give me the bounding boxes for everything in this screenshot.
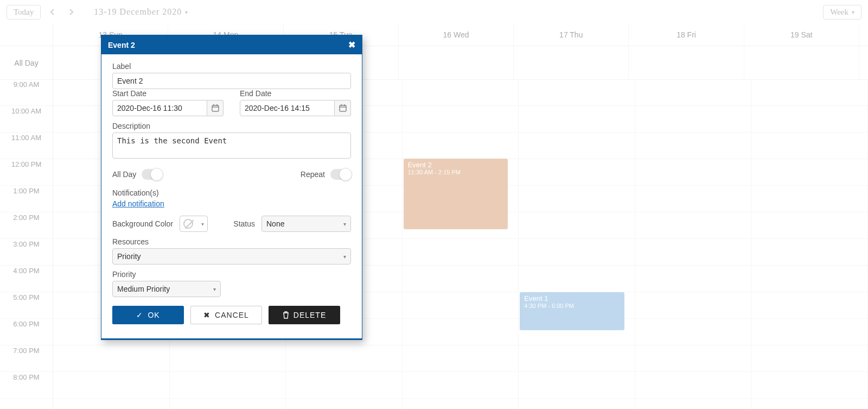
priority-value: Medium Priority xyxy=(117,285,170,293)
time-slot: 2:00 PM xyxy=(0,212,53,239)
event-time: 11:30 AM - 2:15 PM xyxy=(408,169,504,175)
label-description: Description xyxy=(112,122,351,130)
time-column: 9:00 AM 10:00 AM 11:00 AM 12:00 PM 1:00 … xyxy=(0,79,53,409)
allday-cell[interactable] xyxy=(629,46,744,79)
label-resources: Resources xyxy=(112,237,351,246)
resources-select[interactable]: Priority ▾ xyxy=(112,248,351,265)
day-header-fri: 18 Fri xyxy=(629,24,744,46)
calendar-icon[interactable] xyxy=(207,100,224,116)
toolbar: Today 13-19 December 2020 ▾ Week ▾ xyxy=(0,0,868,24)
prev-arrow-icon[interactable] xyxy=(46,5,59,18)
label-notifications: Notification(s) xyxy=(112,188,351,197)
delete-button[interactable]: DELETE xyxy=(269,306,340,324)
chevron-down-icon: ▾ xyxy=(213,286,216,292)
add-notification-link[interactable]: Add notification xyxy=(112,199,164,208)
label-end-date: End Date xyxy=(240,89,351,98)
modal-title: Event 2 xyxy=(108,41,135,49)
allday-label: All Day xyxy=(0,46,53,79)
trash-icon xyxy=(283,311,289,319)
close-icon: ✖ xyxy=(203,311,210,319)
view-label: Week xyxy=(830,8,848,17)
cancel-button[interactable]: ✖ CANCEL xyxy=(190,306,262,324)
allday-cell[interactable] xyxy=(744,46,859,79)
date-range-picker[interactable]: 13-19 December 2020 ▾ xyxy=(94,7,188,17)
time-slot: 7:00 PM xyxy=(0,345,53,372)
label-status: Status xyxy=(233,219,255,228)
time-slot: 1:00 PM xyxy=(0,186,53,212)
ok-button[interactable]: ✓ OK xyxy=(112,306,184,324)
time-slot: 11:00 AM xyxy=(0,133,53,159)
time-slot: 5:00 PM xyxy=(0,292,53,319)
time-slot: 9:00 AM xyxy=(0,79,53,106)
chevron-down-icon: ▾ xyxy=(201,221,204,227)
event-time: 4:30 PM - 6:00 PM xyxy=(524,303,620,309)
cancel-label: CANCEL xyxy=(215,311,249,319)
time-slot: 8:00 PM xyxy=(0,372,53,399)
event-block-event1[interactable]: Event 1 4:30 PM - 6:00 PM xyxy=(520,292,624,330)
time-slot: 4:00 PM xyxy=(0,266,53,292)
delete-label: DELETE xyxy=(293,311,326,319)
time-slot: 3:00 PM xyxy=(0,239,53,266)
calendar-icon[interactable] xyxy=(335,100,351,116)
label-background-color: Background Color xyxy=(112,219,173,228)
day-header-thu: 17 Thu xyxy=(514,24,629,46)
check-icon: ✓ xyxy=(136,311,143,319)
svg-rect-0 xyxy=(212,105,219,111)
today-button[interactable]: Today xyxy=(7,5,41,20)
time-slot: 10:00 AM xyxy=(0,106,53,133)
label-priority: Priority xyxy=(112,270,351,279)
allday-cell[interactable] xyxy=(514,46,629,79)
priority-select[interactable]: Medium Priority ▾ xyxy=(112,281,221,297)
chevron-down-icon: ▾ xyxy=(852,9,854,15)
close-icon[interactable]: ✖ xyxy=(348,40,355,50)
day-header-wed: 16 Wed xyxy=(399,24,514,46)
chevron-down-icon: ▾ xyxy=(185,9,188,15)
background-color-picker[interactable]: ▾ xyxy=(180,216,208,232)
event-block-event2[interactable]: Event 2 11:30 AM - 2:15 PM xyxy=(404,159,508,229)
label-repeat: Repeat xyxy=(301,170,325,179)
chevron-down-icon: ▾ xyxy=(343,221,346,227)
no-color-icon xyxy=(183,219,193,229)
repeat-toggle[interactable] xyxy=(330,169,351,180)
end-date-input[interactable] xyxy=(240,100,335,116)
chevron-down-icon: ▾ xyxy=(343,254,346,260)
day-header-sat: 19 Sat xyxy=(744,24,859,46)
label-label: Label xyxy=(112,62,351,71)
allday-cell[interactable] xyxy=(399,46,514,79)
status-value: None xyxy=(266,219,284,228)
time-slot: 6:00 PM xyxy=(0,319,53,345)
modal-header[interactable]: Event 2 ✖ xyxy=(101,35,362,54)
start-date-input[interactable] xyxy=(112,100,207,116)
label-all-day: All Day xyxy=(112,170,136,179)
status-select[interactable]: None ▾ xyxy=(261,216,351,232)
label-input[interactable] xyxy=(112,73,351,89)
event-title: Event 2 xyxy=(408,161,504,169)
time-slot: 12:00 PM xyxy=(0,159,53,186)
date-range-label: 13-19 December 2020 xyxy=(94,7,182,17)
event-edit-modal: Event 2 ✖ Label Start Date End Date xyxy=(101,35,362,340)
event-title: Event 1 xyxy=(524,294,620,303)
next-arrow-icon[interactable] xyxy=(65,5,78,18)
description-input[interactable] xyxy=(112,133,351,159)
resources-value: Priority xyxy=(117,252,141,261)
view-selector[interactable]: Week ▾ xyxy=(823,5,861,20)
ok-label: OK xyxy=(148,311,159,319)
label-start-date: Start Date xyxy=(112,89,224,98)
svg-rect-4 xyxy=(340,105,346,111)
all-day-toggle[interactable] xyxy=(142,169,162,180)
